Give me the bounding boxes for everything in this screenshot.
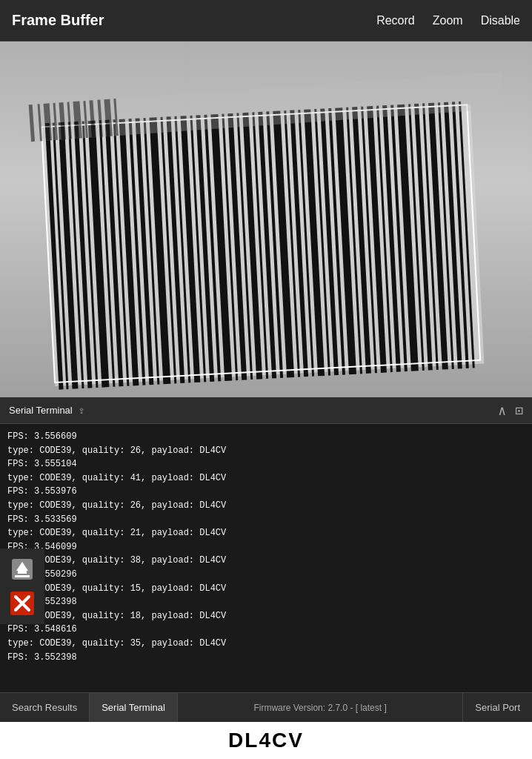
terminal-container: Serial Terminal ⇪ ∧ ⊡ FPS: 3.556609type:… [0,397,532,692]
bottom-tab-bar: Search Results Serial Terminal Firmware … [0,692,532,722]
app-title: Frame Buffer [12,12,359,29]
zoom-button[interactable]: Zoom [433,14,463,27]
record-button[interactable]: Record [376,14,415,27]
svg-rect-74 [15,575,30,577]
terminal-line: FPS: 3.546099 [7,540,525,554]
upload-icon[interactable] [7,554,37,584]
terminal-line: type: CODE39, quality: 15, payload: DL4C… [7,582,525,596]
app-header: Frame Buffer Record Zoom Disable [0,0,532,42]
terminal-line: FPS: 3.552398 [7,651,525,665]
terminal-line: type: CODE39, quality: 18, payload: DL4C… [7,609,525,623]
serial-port-button[interactable]: Serial Port [462,693,532,722]
terminal-line: type: CODE39, quality: 26, payload: DL4C… [7,499,525,513]
terminal-line: type: CODE39, quality: 35, payload: DL4C… [7,637,525,651]
terminal-line: type: CODE39, quality: 38, payload: DL4C… [7,554,525,568]
terminal-expand-icon[interactable]: ⊡ [515,402,523,419]
terminal-line: FPS: 3.556609 [7,430,525,444]
tab-search-results[interactable]: Search Results [0,693,90,722]
terminal-output[interactable]: FPS: 3.556609type: CODE39, quality: 26, … [0,424,532,692]
terminal-line: type: CODE39, quality: 21, payload: DL4C… [7,526,525,540]
footer-decoded-label: DL4CV [0,722,532,759]
terminal-upload-icon[interactable]: ⇪ [79,404,84,417]
svg-rect-73 [18,571,27,574]
terminal-line: FPS: 3.553976 [7,485,525,499]
terminal-line: type: CODE39, quality: 41, payload: DL4C… [7,471,525,485]
terminal-line: FPS: 3.550296 [7,568,525,582]
decoded-value: DL4CV [228,729,304,752]
terminal-line: type: CODE39, quality: 26, payload: DL4C… [7,444,525,458]
firmware-version: Firmware Version: 2.7.0 - [ latest ] [178,703,462,713]
close-icon[interactable] [7,589,37,618]
terminal-line: FPS: 3.552398 [7,595,525,609]
sidebar-icons [0,548,44,624]
terminal-line: FPS: 3.548616 [7,623,525,637]
barcode-image [0,42,532,397]
terminal-header: Serial Terminal ⇪ ∧ ⊡ [0,397,532,424]
terminal-title: Serial Terminal [9,405,73,416]
terminal-collapse-icon[interactable]: ∧ [498,402,506,419]
tab-serial-terminal[interactable]: Serial Terminal [90,693,178,722]
terminal-line: FPS: 3.533569 [7,513,525,527]
terminal-line: FPS: 3.555104 [7,457,525,471]
frame-buffer-view [0,42,532,397]
disable-button[interactable]: Disable [481,14,520,27]
